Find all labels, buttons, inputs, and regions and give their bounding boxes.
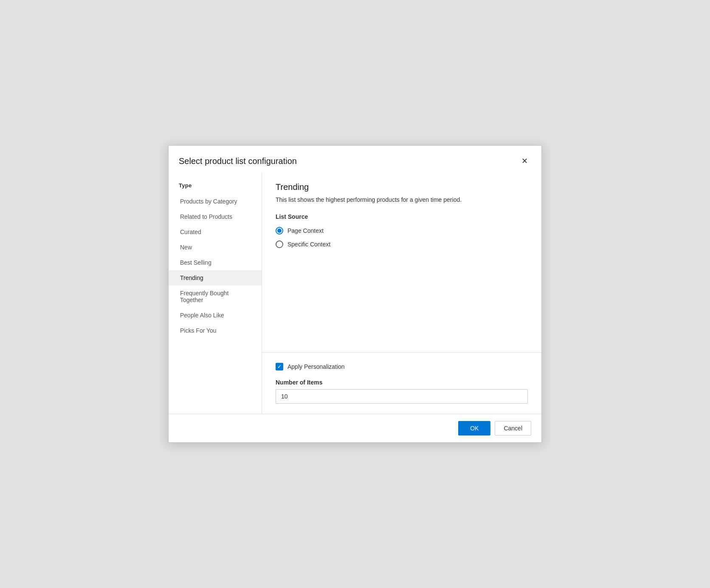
sidebar-item-trending[interactable]: Trending bbox=[169, 270, 262, 286]
number-of-items-label: Number of Items bbox=[276, 379, 528, 386]
sidebar-item-products-by-category[interactable]: Products by Category bbox=[169, 194, 262, 209]
dialog-footer: OK Cancel bbox=[169, 414, 541, 442]
dialog-body: Type Products by Category Related to Pro… bbox=[169, 172, 541, 414]
sidebar-item-new[interactable]: New bbox=[169, 240, 262, 255]
sidebar-item-people-also-like[interactable]: People Also Like bbox=[169, 308, 262, 323]
sidebar-item-related-to-products[interactable]: Related to Products bbox=[169, 209, 262, 224]
sidebar-item-curated[interactable]: Curated bbox=[169, 224, 262, 240]
ok-button[interactable]: OK bbox=[458, 421, 490, 435]
close-button[interactable]: ✕ bbox=[518, 154, 531, 168]
radio-label-specific-context: Specific Context bbox=[287, 241, 330, 248]
sidebar-item-label: Curated bbox=[180, 229, 201, 235]
radio-outer-specific-context bbox=[276, 240, 283, 248]
apply-personalization-checkbox[interactable]: ✓ bbox=[276, 363, 283, 370]
cancel-button[interactable]: Cancel bbox=[495, 421, 531, 435]
sidebar-item-label: People Also Like bbox=[180, 312, 224, 319]
apply-personalization-row: ✓ Apply Personalization bbox=[276, 363, 528, 370]
sidebar-item-label: Frequently Bought Together bbox=[180, 290, 228, 303]
content-description: This list shows the highest performing p… bbox=[276, 196, 528, 203]
section-divider bbox=[262, 352, 541, 353]
sidebar-item-frequently-bought-together[interactable]: Frequently Bought Together bbox=[169, 286, 262, 308]
content-panel: Trending This list shows the highest per… bbox=[262, 172, 541, 414]
sidebar-item-best-selling[interactable]: Best Selling bbox=[169, 255, 262, 270]
sidebar-item-label: Products by Category bbox=[180, 198, 237, 205]
sidebar-type-header: Type bbox=[169, 179, 262, 194]
radio-option-page-context[interactable]: Page Context bbox=[276, 227, 528, 235]
dialog-header: Select product list configuration ✕ bbox=[169, 146, 541, 172]
dialog: Select product list configuration ✕ Type… bbox=[168, 145, 542, 443]
sidebar-item-label: Trending bbox=[180, 274, 203, 281]
list-source-label: List Source bbox=[276, 213, 528, 220]
sidebar-item-label: Picks For You bbox=[180, 327, 217, 334]
content-title: Trending bbox=[276, 182, 528, 192]
sidebar-item-label: Related to Products bbox=[180, 213, 232, 220]
radio-inner-page-context bbox=[277, 229, 282, 233]
number-of-items-input[interactable] bbox=[276, 389, 528, 404]
sidebar-item-picks-for-you[interactable]: Picks For You bbox=[169, 323, 262, 338]
radio-group: Page Context Specific Context bbox=[276, 227, 528, 248]
sidebar: Type Products by Category Related to Pro… bbox=[169, 172, 262, 414]
checkmark-icon: ✓ bbox=[277, 364, 282, 369]
sidebar-item-label: Best Selling bbox=[180, 259, 211, 266]
bottom-section: ✓ Apply Personalization Number of Items bbox=[276, 363, 528, 404]
radio-option-specific-context[interactable]: Specific Context bbox=[276, 240, 528, 248]
apply-personalization-label: Apply Personalization bbox=[287, 363, 345, 370]
sidebar-item-label: New bbox=[180, 244, 192, 251]
radio-label-page-context: Page Context bbox=[287, 227, 324, 234]
close-icon: ✕ bbox=[521, 156, 528, 166]
dialog-title: Select product list configuration bbox=[179, 156, 297, 166]
radio-outer-page-context bbox=[276, 227, 283, 235]
